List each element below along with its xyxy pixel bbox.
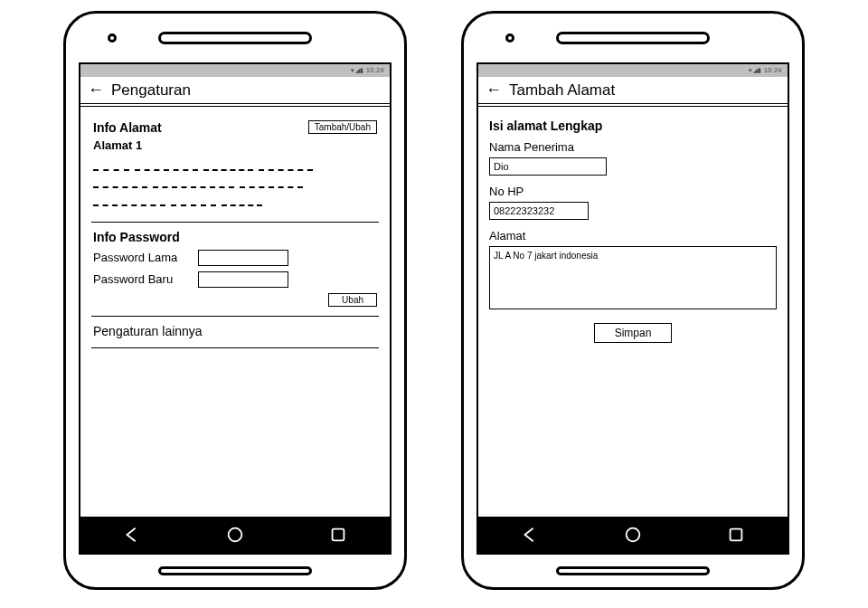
- nav-home-button[interactable]: [225, 525, 245, 545]
- password-baru-label: Password Baru: [93, 272, 193, 286]
- alamat-label: Alamat: [489, 229, 777, 242]
- password-lama-label: Password Lama: [93, 251, 193, 264]
- tambah-ubah-button[interactable]: Tambah/Ubah: [308, 120, 377, 134]
- phone-bottom: [464, 555, 802, 587]
- svg-point-0: [229, 528, 242, 542]
- nav-recent-button[interactable]: [328, 525, 348, 545]
- field-nama: Nama Penerima: [489, 140, 777, 176]
- hp-input[interactable]: [489, 202, 589, 220]
- status-text: ▾◢▮ 10:24: [749, 67, 782, 74]
- svg-rect-3: [731, 529, 742, 541]
- form-title: Isi alamat Lengkap: [489, 119, 777, 133]
- back-arrow-icon[interactable]: ←: [88, 81, 104, 100]
- status-bar: ▾◢▮ 10:24: [80, 64, 390, 77]
- android-nav-bar: [80, 517, 390, 553]
- info-alamat-title: Info Alamat: [93, 120, 162, 135]
- speaker-bottom-icon: [556, 566, 710, 575]
- section-pengaturan-lainnya: Pengaturan lainnya: [91, 317, 379, 348]
- screen-right: ▾◢▮ 10:24 ← Tambah Alamat Isi alamat Len…: [476, 62, 789, 555]
- speaker-top-icon: [158, 32, 312, 44]
- phone-left: ▾◢▮ 10:24 ← Pengaturan Info Alamat Tamba…: [63, 11, 407, 590]
- nama-label: Nama Penerima: [489, 140, 777, 154]
- nav-recent-button[interactable]: [726, 525, 746, 545]
- status-text: ▾◢▮ 10:24: [351, 67, 384, 74]
- app-bar: ← Pengaturan: [80, 77, 390, 104]
- pengaturan-lainnya-title: Pengaturan lainnya: [93, 324, 377, 338]
- nav-back-button[interactable]: [520, 525, 540, 545]
- screen-left: ▾◢▮ 10:24 ← Pengaturan Info Alamat Tamba…: [79, 62, 392, 555]
- page-title: Tambah Alamat: [509, 81, 615, 100]
- camera-icon: [108, 33, 117, 43]
- svg-rect-1: [333, 529, 344, 541]
- app-bar: ← Tambah Alamat: [478, 77, 788, 104]
- camera-icon: [505, 33, 514, 43]
- simpan-button[interactable]: Simpan: [594, 323, 673, 343]
- speaker-top-icon: [556, 32, 710, 44]
- password-baru-input[interactable]: [198, 271, 288, 288]
- phone-right: ▾◢▮ 10:24 ← Tambah Alamat Isi alamat Len…: [461, 11, 805, 590]
- info-password-title: Info Password: [93, 230, 377, 244]
- ubah-button[interactable]: Ubah: [328, 293, 377, 307]
- android-nav-bar: [478, 517, 788, 553]
- nav-back-button[interactable]: [122, 525, 142, 545]
- alamat-textarea[interactable]: [489, 246, 777, 309]
- nav-home-button[interactable]: [623, 525, 643, 545]
- page-title: Pengaturan: [111, 81, 191, 100]
- field-alamat: Alamat: [489, 229, 777, 312]
- speaker-bottom-icon: [158, 566, 312, 575]
- nama-input[interactable]: [489, 157, 607, 176]
- alamat-1-label: Alamat 1: [93, 138, 377, 152]
- field-hp: No HP: [489, 185, 777, 220]
- status-bar: ▾◢▮ 10:24: [478, 64, 788, 77]
- svg-point-2: [627, 528, 640, 542]
- hp-label: No HP: [489, 185, 777, 198]
- password-lama-input[interactable]: [198, 250, 288, 266]
- back-arrow-icon[interactable]: ←: [486, 81, 502, 100]
- section-info-password: Info Password Password Lama Password Bar…: [91, 223, 379, 317]
- content-left: Info Alamat Tambah/Ubah Alamat 1 Info Pa…: [80, 104, 390, 517]
- alamat-placeholder-text: [93, 159, 377, 213]
- phone-bottom: [66, 555, 404, 587]
- phone-top: [66, 14, 404, 62]
- phone-top: [464, 14, 802, 62]
- content-right: Isi alamat Lengkap Nama Penerima No HP A…: [478, 104, 788, 517]
- section-info-alamat: Info Alamat Tambah/Ubah Alamat 1: [91, 113, 379, 223]
